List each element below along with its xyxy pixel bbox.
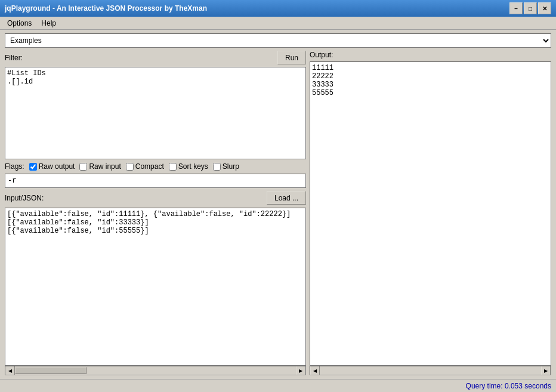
- query-time: Query time: 0.053 seconds: [466, 382, 551, 390]
- flag-raw-input: Raw input: [79, 162, 121, 171]
- flags-row: Flags: Raw output Raw input Compact: [5, 162, 306, 171]
- flag-raw-output: Raw output: [29, 162, 75, 171]
- menu-bar: Options Help: [0, 17, 556, 30]
- filter-label: Filter:: [5, 54, 23, 62]
- sort-keys-checkbox[interactable]: [169, 163, 177, 171]
- output-h-scrollbar[interactable]: ◀ ▶: [310, 366, 551, 375]
- examples-row: Examples: [5, 33, 551, 48]
- output-scroll-right-btn[interactable]: ▶: [541, 366, 551, 375]
- slurp-checkbox[interactable]: [213, 163, 221, 171]
- input-h-scrollbar[interactable]: ◀ ▶: [5, 366, 306, 375]
- window-title: jqPlayground - An Interactive JSON Proce…: [5, 4, 207, 13]
- output-scroll-track: [320, 366, 541, 375]
- flag-slurp: Slurp: [213, 162, 239, 171]
- flags-value-input[interactable]: [5, 174, 306, 188]
- raw-output-checkbox[interactable]: [29, 163, 37, 171]
- input-header: Input/JSON: Load ...: [5, 191, 306, 205]
- flag-sort-keys: Sort keys: [169, 162, 208, 171]
- scroll-right-btn[interactable]: ▶: [296, 366, 305, 375]
- flags-label: Flags:: [5, 162, 24, 171]
- run-button[interactable]: Run: [277, 51, 306, 64]
- raw-output-label[interactable]: Raw output: [39, 162, 75, 171]
- right-panel: Output: 11111 22222 33333 55555 ◀ ▶: [310, 51, 551, 375]
- menu-options[interactable]: Options: [2, 18, 36, 29]
- raw-input-label[interactable]: Raw input: [89, 162, 121, 171]
- scroll-track: [15, 366, 296, 375]
- examples-dropdown[interactable]: Examples: [5, 33, 551, 48]
- minimize-button[interactable]: –: [509, 2, 523, 14]
- sort-keys-label[interactable]: Sort keys: [178, 162, 208, 171]
- load-button[interactable]: Load ...: [267, 191, 306, 205]
- filter-section: Filter: Run #List IDs .[].id: [5, 51, 306, 159]
- maximize-button[interactable]: □: [524, 2, 537, 14]
- input-scroll-wrapper: [{"available":false, "id":11111}, {"avai…: [5, 208, 306, 375]
- title-bar-buttons: – □ ✕: [509, 2, 551, 14]
- scroll-left-btn[interactable]: ◀: [5, 366, 15, 375]
- compact-checkbox[interactable]: [126, 163, 134, 171]
- left-panel: Filter: Run #List IDs .[].id Flags: Raw …: [5, 51, 306, 375]
- filter-header: Filter: Run: [5, 51, 306, 64]
- output-textarea[interactable]: 11111 22222 33333 55555: [310, 61, 551, 366]
- main-content: Examples Filter: Run #List IDs .[].id Fl…: [0, 30, 556, 379]
- scroll-thumb[interactable]: [15, 367, 87, 374]
- input-json-textarea[interactable]: [{"available":false, "id":11111}, {"avai…: [5, 208, 306, 366]
- menu-help[interactable]: Help: [36, 18, 61, 29]
- output-scroll-left-btn[interactable]: ◀: [310, 366, 320, 375]
- flag-compact: Compact: [126, 162, 164, 171]
- raw-input-checkbox[interactable]: [79, 163, 87, 171]
- compact-label[interactable]: Compact: [135, 162, 164, 171]
- status-bar: Query time: 0.053 seconds: [0, 379, 556, 392]
- close-button[interactable]: ✕: [538, 2, 551, 14]
- two-column-layout: Filter: Run #List IDs .[].id Flags: Raw …: [5, 51, 551, 375]
- slurp-label[interactable]: Slurp: [223, 162, 239, 171]
- input-json-label: Input/JSON:: [5, 194, 44, 202]
- title-bar: jqPlayground - An Interactive JSON Proce…: [0, 0, 556, 17]
- output-label: Output:: [310, 51, 551, 59]
- filter-textarea[interactable]: #List IDs .[].id: [5, 67, 306, 159]
